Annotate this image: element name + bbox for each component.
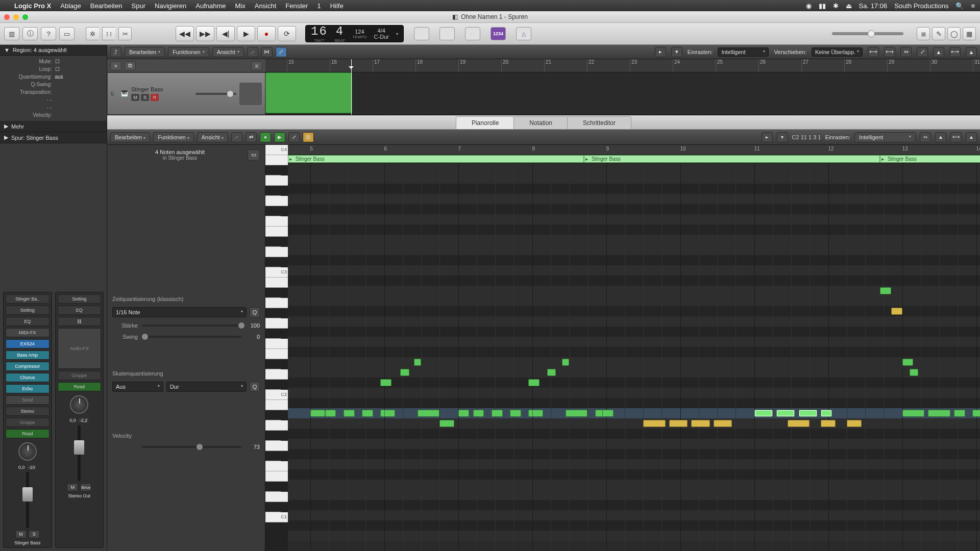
piano-key[interactable] [265,176,288,186]
midi-note[interactable] [910,369,918,376]
scale-enable-select[interactable]: Aus▾ [112,382,163,392]
midi-note[interactable] [902,359,914,366]
status-icon[interactable]: ⏏ [846,2,852,10]
list-editors-button[interactable]: ≣ [917,27,930,40]
stop-button[interactable]: ◀| [216,26,235,41]
output-slot[interactable]: Stereo [6,407,50,416]
tab-pianoroll[interactable]: Pianorolle [456,116,514,129]
piano-keyboard[interactable]: C4C3C2C1 [265,145,288,551]
audiofx-slot[interactable]: Bass Amp [6,350,50,360]
piano-key[interactable] [265,380,281,390]
track-name[interactable]: Stinger Bass [131,86,192,92]
midi-note[interactable] [902,410,925,417]
zoom-button[interactable]: ▲ [933,47,944,57]
spotlight-icon[interactable]: 🔍 [955,2,964,10]
track-volume-slider[interactable] [195,93,236,95]
scale-apply-button[interactable]: Q [250,382,260,392]
volume-fader[interactable] [74,440,84,455]
metronome-button[interactable]: △ [516,27,531,40]
playhead[interactable] [351,59,352,115]
library-button[interactable]: ▥ [4,27,19,40]
count-in-button[interactable]: 1234 [491,27,506,40]
zoom-button[interactable]: ▲ [935,132,946,142]
audiofx-slot[interactable]: Echo [6,384,50,393]
region-header[interactable]: Stinger Bass [880,155,980,163]
piano-key[interactable] [265,359,281,369]
setting-slot[interactable]: Setting [6,306,50,315]
piano-key[interactable] [265,461,288,471]
menubar-user[interactable]: South Productions [894,2,948,10]
pointer-tool[interactable]: ▸ [655,47,666,57]
zoom-button[interactable]: ▲ [966,132,977,142]
quick-help-button[interactable]: ? [41,27,56,40]
pr-automation-button[interactable]: ⟋ [231,132,242,142]
audiofx-slot[interactable]: Chorus [6,373,50,382]
mixer-button[interactable]: ⫶⫶ [102,27,115,40]
send-slot[interactable]: Send [6,395,50,405]
zoom-button[interactable]: ⇔ [920,132,931,142]
menubar-list-icon[interactable]: ≡ [971,2,975,10]
quantize-strength-slider[interactable] [142,324,241,327]
track-mute[interactable]: M [131,94,139,101]
region-header[interactable]: Stinger Bass [288,155,584,163]
setting-slot[interactable]: Setting [58,294,102,304]
midi-note[interactable] [954,410,965,417]
piano-key[interactable] [265,237,281,247]
pr-midi-out-button[interactable]: ▶ [274,132,285,142]
menu-bearbeiten[interactable]: Bearbeiten [90,2,122,10]
menu-ansicht[interactable]: Ansicht [255,2,277,10]
rewind-button[interactable]: ◀◀ [176,26,194,41]
piano-key[interactable] [265,471,288,482]
midi-note[interactable] [566,410,588,417]
pr-inspector-toggle[interactable]: ▭ [248,149,260,161]
midi-note[interactable] [458,410,470,417]
quantize-value-select[interactable]: 1/16 Note▾ [112,307,247,317]
menu-ablage[interactable]: Ablage [60,2,81,10]
track-record-enable[interactable]: R [151,94,159,101]
pr-edit-menu[interactable]: Bearbeiten ▾ [110,132,150,142]
menu-navigieren[interactable]: Navigieren [155,2,186,10]
zoom-button[interactable]: ⟷ [868,47,879,57]
piano-key[interactable] [265,308,281,318]
piano-key[interactable] [265,482,281,492]
flex-button[interactable]: ⋈ [261,47,273,57]
replace-mode-button[interactable]: ⊘ [414,27,429,40]
menu-mix[interactable]: Mix [235,2,246,10]
alt-tool[interactable]: ▾ [671,47,682,57]
track-solo[interactable]: S [141,94,149,101]
midi-note[interactable] [547,369,556,376]
bounce-button[interactable]: Bnce [80,483,91,491]
solo-button[interactable]: S [29,530,40,538]
piano-key[interactable] [265,288,281,298]
piano-key[interactable] [265,206,281,216]
menubar-clock[interactable]: Sa. 17:06 [859,2,888,10]
toolbar-button[interactable]: ▭ [59,27,75,40]
midi-note[interactable] [821,410,832,417]
piano-key[interactable] [265,155,288,165]
status-icon[interactable]: ✱ [833,2,839,10]
mute-button[interactable]: M [67,483,78,491]
quantize-swing-slider[interactable] [142,336,241,338]
midi-note[interactable] [847,420,862,427]
midi-note[interactable] [788,420,810,427]
zoom-button[interactable]: ⟷ [884,47,895,57]
piano-key[interactable] [265,298,288,308]
zoom-button[interactable]: ▲ [966,47,977,57]
loop-checkbox[interactable]: ☐ [52,66,103,72]
menu-fenster[interactable]: Fenster [285,2,308,10]
global-tracks-button[interactable]: ≡ [251,61,262,70]
region-header[interactable]: Stinger Bass [584,155,880,163]
track-inspector-header[interactable]: ▶ Spur: Stinger Bass [0,132,107,143]
eq-slot[interactable]: EQ [58,306,102,315]
add-track-button[interactable]: + [110,61,121,70]
piano-key[interactable] [265,329,281,339]
pr-snap-select[interactable]: Intelligent ▾ [854,132,916,142]
track-header[interactable]: 5 🎹 Stinger Bass M S R [107,72,265,115]
piano-key[interactable] [265,318,288,329]
midi-note[interactable] [643,420,666,427]
midi-note[interactable] [439,420,454,427]
midi-note[interactable] [799,410,817,417]
midi-note[interactable] [669,420,688,427]
drag-select[interactable]: Keine Überlapp. ▾ [812,47,863,57]
group-slot[interactable]: Gruppe [58,371,102,380]
